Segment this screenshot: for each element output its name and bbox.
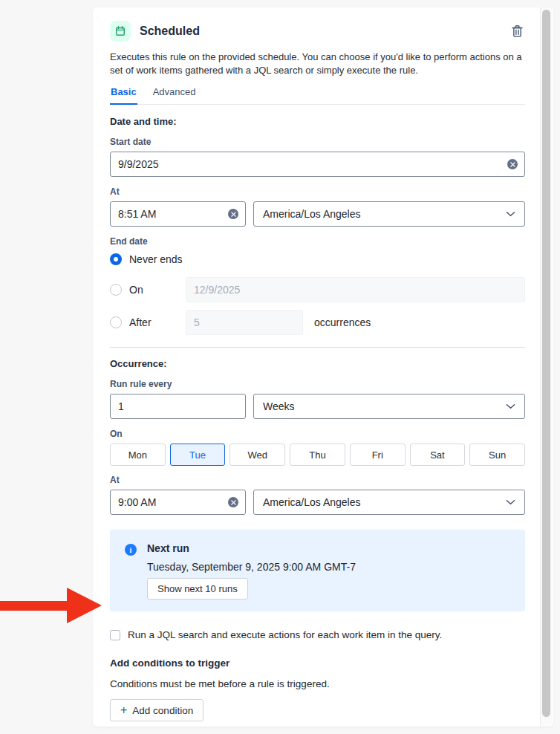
- run-rule-every-label: Run rule every: [110, 379, 525, 389]
- end-on-label: On: [129, 284, 143, 296]
- run-time-input[interactable]: [110, 490, 246, 515]
- at-label: At: [110, 186, 525, 197]
- never-ends-label: Never ends: [129, 253, 183, 265]
- scrollbar-thumb[interactable]: [542, 10, 550, 717]
- radio-end-after[interactable]: [110, 316, 122, 328]
- run-timezone-value: America/Los Angeles: [263, 496, 361, 508]
- clear-icon[interactable]: [507, 159, 518, 169]
- jql-checkbox-row: Run a JQL search and execute actions for…: [110, 629, 525, 640]
- chevron-down-icon: [506, 211, 515, 217]
- annotation-arrow: [0, 588, 102, 623]
- trigger-description: Executes this rule on the provided sched…: [110, 51, 525, 77]
- info-icon: i: [125, 544, 137, 556]
- section-occurrence: Occurrence:: [110, 358, 525, 369]
- tab-basic[interactable]: Basic: [110, 83, 137, 105]
- trigger-icon-container: [110, 21, 131, 42]
- chevron-down-icon: [506, 403, 515, 409]
- calendar-icon: [114, 25, 126, 37]
- section-divider: [110, 347, 525, 348]
- end-date-label: End date: [110, 236, 525, 247]
- day-picker: Mon Tue Wed Thu Fri Sat Sun: [110, 444, 525, 466]
- day-button-sat[interactable]: Sat: [410, 444, 466, 466]
- day-button-mon[interactable]: Mon: [110, 444, 166, 466]
- plus-icon: +: [120, 704, 127, 716]
- next-run-panel: i Next run Tuesday, September 9, 2025 9:…: [110, 530, 525, 611]
- add-condition-label: Add condition: [132, 705, 193, 716]
- day-button-fri[interactable]: Fri: [350, 444, 406, 466]
- interval-unit-value: Weeks: [263, 400, 295, 412]
- tab-advanced[interactable]: Advanced: [152, 83, 197, 104]
- day-button-sun[interactable]: Sun: [469, 444, 525, 466]
- next-run-title: Next run: [147, 542, 356, 554]
- next-run-datetime: Tuesday, September 9, 2025 9:00 AM GMT-7: [147, 561, 356, 573]
- add-condition-button[interactable]: + Add condition: [110, 699, 204, 721]
- conditions-description: Conditions must be met before a rule is …: [110, 678, 525, 689]
- card-header: Scheduled: [110, 21, 525, 42]
- start-date-label: Start date: [110, 137, 525, 147]
- end-after-label: After: [129, 316, 152, 328]
- interval-unit-select[interactable]: Weeks: [253, 394, 525, 419]
- start-time-input[interactable]: [110, 201, 246, 227]
- radio-never-ends[interactable]: [110, 253, 122, 265]
- day-button-tue[interactable]: Tue: [170, 444, 226, 466]
- day-button-thu[interactable]: Thu: [290, 444, 345, 466]
- run-at-label: At: [110, 475, 525, 485]
- jql-search-checkbox[interactable]: [110, 630, 120, 640]
- on-days-label: On: [110, 429, 525, 439]
- occurrences-suffix: occurrences: [314, 316, 371, 328]
- jql-checkbox-label: Run a JQL search and execute actions for…: [128, 629, 442, 640]
- timezone-value: America/Los Angeles: [263, 208, 361, 220]
- scrollbar-track: [540, 7, 553, 727]
- conditions-title: Add conditions to trigger: [110, 657, 525, 669]
- annotation-arrow-shaft: [0, 601, 68, 611]
- clear-icon[interactable]: [228, 497, 238, 507]
- start-date-input[interactable]: [110, 152, 525, 177]
- tab-bar: Basic Advanced: [110, 83, 525, 105]
- occurrences-count-input: 5: [186, 310, 303, 335]
- delete-trigger-button[interactable]: [509, 23, 525, 39]
- show-next-runs-button[interactable]: Show next 10 runs: [147, 578, 248, 600]
- run-timezone-select[interactable]: America/Los Angeles: [253, 490, 525, 515]
- page-title: Scheduled: [140, 25, 509, 38]
- trash-icon: [511, 25, 524, 38]
- end-on-date-input: 12/9/2025: [186, 277, 525, 302]
- chevron-down-icon: [506, 499, 515, 505]
- clear-icon[interactable]: [228, 209, 238, 219]
- section-date-and-time: Date and time:: [110, 116, 525, 127]
- radio-end-on[interactable]: [110, 284, 122, 296]
- timezone-select[interactable]: America/Los Angeles: [253, 201, 525, 227]
- day-button-wed[interactable]: Wed: [229, 444, 285, 466]
- scheduled-trigger-card: Scheduled Executes this rule on the prov…: [93, 7, 553, 727]
- interval-input[interactable]: [110, 394, 246, 419]
